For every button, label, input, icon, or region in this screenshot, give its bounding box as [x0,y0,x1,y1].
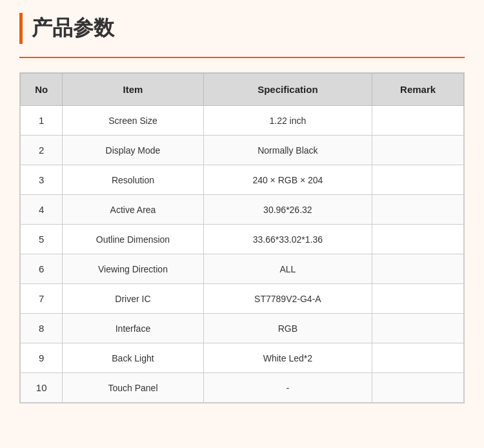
header-section: 产品参数 [19,13,465,44]
cell-no: 3 [21,165,63,195]
orange-divider [19,57,465,58]
cell-item: Screen Size [63,106,203,136]
cell-remark [372,195,464,225]
cell-item: Back Light [63,343,203,373]
page-wrapper: 产品参数 No Item Specification Remark 1Scree… [0,0,484,448]
cell-no: 2 [21,136,63,165]
cell-remark [372,165,464,195]
cell-specification: 30.96*26.32 [203,195,372,225]
cell-specification: ST7789V2-G4-A [203,284,372,314]
table-row: 4Active Area30.96*26.32 [21,195,464,225]
cell-item: Driver IC [63,284,203,314]
table-row: 1Screen Size1.22 inch [21,106,464,136]
cell-remark [372,284,464,314]
cell-item: Viewing Direction [63,254,203,284]
cell-specification: 33.66*33.02*1.36 [203,225,372,254]
table-row: 8InterfaceRGB [21,314,464,343]
cell-no: 9 [21,343,63,373]
cell-no: 4 [21,195,63,225]
page-title: 产品参数 [32,14,114,43]
cell-remark [372,373,464,403]
col-header-item: Item [63,74,203,106]
cell-item: Touch Panel [63,373,203,403]
header-accent-bar [19,13,23,44]
cell-remark [372,343,464,373]
cell-no: 8 [21,314,63,343]
cell-specification: - [203,373,372,403]
cell-no: 10 [21,373,63,403]
cell-no: 1 [21,106,63,136]
cell-no: 6 [21,254,63,284]
col-header-no: No [21,74,63,106]
table-row: 9Back LightWhite Led*2 [21,343,464,373]
cell-remark [372,136,464,165]
cell-remark [372,225,464,254]
cell-item: Resolution [63,165,203,195]
table-header: No Item Specification Remark [21,74,464,106]
cell-specification: RGB [203,314,372,343]
table-container: No Item Specification Remark 1Screen Siz… [19,72,465,403]
cell-item: Display Mode [63,136,203,165]
cell-remark [372,254,464,284]
table-row: 6Viewing DirectionALL [21,254,464,284]
col-header-specification: Specification [203,74,372,106]
table-row: 5Outline Dimension33.66*33.02*1.36 [21,225,464,254]
cell-remark [372,106,464,136]
table-body: 1Screen Size1.22 inch2Display ModeNormal… [21,106,464,403]
cell-specification: 240 × RGB × 204 [203,165,372,195]
table-row: 7Driver ICST7789V2-G4-A [21,284,464,314]
table-row: 2Display ModeNormally Black [21,136,464,165]
col-header-remark: Remark [372,74,464,106]
cell-specification: Normally Black [203,136,372,165]
cell-specification: 1.22 inch [203,106,372,136]
cell-specification: ALL [203,254,372,284]
header-row: No Item Specification Remark [21,74,464,106]
cell-item: Outline Dimension [63,225,203,254]
table-row: 3Resolution240 × RGB × 204 [21,165,464,195]
cell-item: Active Area [63,195,203,225]
cell-no: 7 [21,284,63,314]
cell-specification: White Led*2 [203,343,372,373]
cell-item: Interface [63,314,203,343]
specs-table: No Item Specification Remark 1Screen Siz… [20,73,464,403]
cell-no: 5 [21,225,63,254]
cell-remark [372,314,464,343]
table-row: 10Touch Panel- [21,373,464,403]
